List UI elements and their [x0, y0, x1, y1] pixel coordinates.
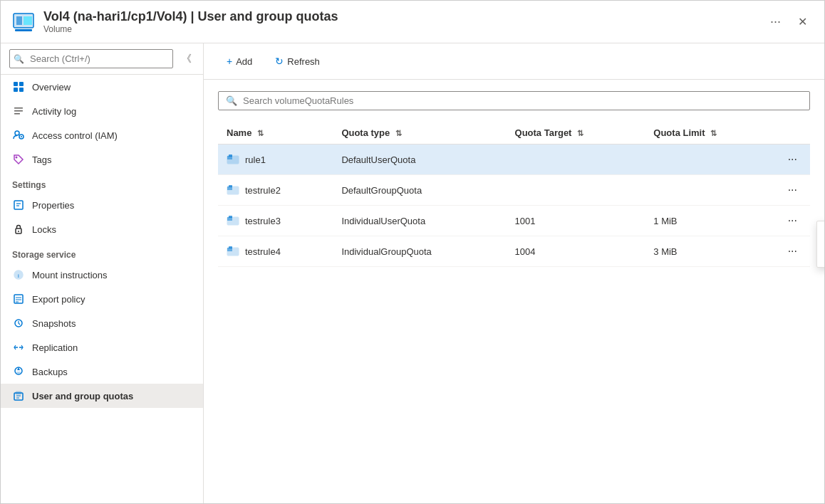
cell-name: testrule4	[218, 236, 333, 267]
content-body: 🔍 Name ⇅ Quota type ⇅	[204, 80, 824, 503]
tags-icon	[12, 153, 25, 166]
svg-rect-4	[15, 29, 32, 31]
sidebar-item-label: Access control (IAM)	[32, 130, 118, 141]
sidebar-item-activity-log[interactable]: Activity log	[1, 99, 203, 123]
content-area: + Add ↻ Refresh 🔍	[204, 43, 824, 503]
collapse-button[interactable]: 《	[179, 50, 194, 68]
settings-section-header: Settings	[1, 172, 203, 193]
page-title: Vol4 (na-hari1/cp1/Vol4) | User and grou…	[43, 9, 764, 24]
refresh-button[interactable]: ↻ Refresh	[266, 52, 328, 70]
sidebar-item-label: Mount instructions	[32, 270, 108, 280]
cell-actions: ···	[775, 145, 810, 175]
svg-rect-17	[14, 201, 23, 209]
quota-search-input[interactable]	[243, 95, 802, 106]
table-row: rule1 DefaultUserQuota ···	[218, 145, 810, 175]
col-header-actions	[775, 122, 810, 145]
svg-rect-8	[19, 88, 24, 92]
quota-search-bar: 🔍	[218, 91, 810, 110]
cell-actions: ···	[775, 206, 810, 236]
sidebar-item-access-control[interactable]: Access control (IAM)	[1, 123, 203, 147]
svg-rect-11	[14, 113, 20, 115]
sidebar-item-label: User and group quotas	[32, 391, 133, 401]
overview-icon	[12, 80, 25, 93]
sidebar-item-user-group-quotas[interactable]: User and group quotas	[1, 384, 203, 408]
svg-rect-5	[14, 82, 18, 86]
sidebar-item-label: Activity log	[32, 106, 76, 117]
cell-name: testrule2	[218, 175, 333, 206]
export-icon	[12, 293, 25, 305]
mount-icon: i	[12, 268, 25, 281]
row-ellipsis-button[interactable]: ···	[784, 213, 801, 229]
svg-rect-6	[19, 82, 24, 86]
svg-point-21	[18, 231, 19, 232]
main-layout: 《 Overview	[1, 43, 824, 503]
locks-icon	[12, 223, 25, 236]
sidebar-item-label: Backups	[32, 367, 68, 377]
content-toolbar: + Add ↻ Refresh	[204, 43, 824, 80]
cell-quota-target	[507, 145, 645, 175]
activity-icon	[12, 105, 25, 117]
cell-quota-limit	[645, 175, 774, 206]
sidebar-item-mount-instructions[interactable]: i Mount instructions	[1, 263, 203, 287]
iam-icon	[12, 129, 25, 142]
cell-actions: ···	[775, 175, 810, 206]
row-ellipsis-button[interactable]: ···	[784, 182, 801, 198]
sidebar-item-replication[interactable]: Replication	[1, 335, 203, 359]
backups-icon	[12, 365, 25, 378]
add-icon: +	[227, 56, 232, 67]
sort-quota-type-icon[interactable]: ⇅	[395, 129, 402, 137]
properties-icon	[12, 199, 25, 211]
row-icon	[227, 154, 239, 165]
sidebar-item-export-policy[interactable]: Export policy	[1, 287, 203, 311]
search-icon: 🔍	[226, 95, 237, 106]
col-header-name: Name ⇅	[218, 122, 333, 145]
row-ellipsis-button[interactable]: ···	[784, 152, 801, 167]
cell-quota-type: IndividualGroupQuota	[333, 236, 506, 267]
svg-rect-30	[16, 392, 21, 394]
svg-rect-3	[24, 16, 32, 25]
sidebar-item-properties[interactable]: Properties	[1, 193, 203, 217]
row-icon	[227, 215, 239, 226]
context-menu: ✏️ Edit 🗑️ Delete	[816, 221, 824, 268]
header-title-area: Vol4 (na-hari1/cp1/Vol4) | User and grou…	[43, 9, 764, 34]
sidebar: 《 Overview	[1, 43, 204, 503]
cell-quota-target: 1001	[507, 206, 645, 236]
snapshots-icon	[12, 317, 25, 330]
sidebar-item-label: Overview	[32, 82, 71, 93]
cell-name: rule1	[218, 145, 333, 175]
row-icon	[227, 246, 239, 257]
cell-actions: ···	[775, 236, 810, 267]
storage-section-header: Storage service	[1, 241, 203, 263]
sidebar-item-backups[interactable]: Backups	[1, 359, 203, 384]
sort-quota-limit-icon[interactable]: ⇅	[710, 129, 717, 137]
sort-quota-target-icon[interactable]: ⇅	[577, 129, 583, 137]
sidebar-item-tags[interactable]: Tags	[1, 147, 203, 172]
table-row: testrule4 IndividualGroupQuota 1004 3 Mi…	[218, 236, 810, 267]
replication-icon	[12, 341, 25, 354]
svg-rect-35	[229, 154, 232, 157]
sort-name-icon[interactable]: ⇅	[257, 129, 264, 137]
sidebar-item-label: Snapshots	[32, 318, 76, 329]
cell-quota-type: DefaultGroupQuota	[333, 175, 506, 206]
sidebar-item-label: Tags	[32, 154, 51, 165]
search-input[interactable]	[9, 49, 173, 68]
add-button[interactable]: + Add	[218, 52, 261, 70]
table-header-row: Name ⇅ Quota type ⇅ Quota Target ⇅	[218, 122, 810, 145]
app-container: Vol4 (na-hari1/cp1/Vol4) | User and grou…	[0, 0, 825, 504]
sidebar-item-snapshots[interactable]: Snapshots	[1, 311, 203, 335]
close-button[interactable]: ✕	[792, 12, 813, 31]
svg-point-16	[16, 157, 18, 159]
sidebar-item-locks[interactable]: Locks	[1, 217, 203, 241]
context-menu-edit[interactable]: ✏️ Edit	[817, 221, 824, 244]
cell-quota-limit: 3 MiB	[645, 236, 774, 267]
sidebar-item-label: Export policy	[32, 294, 85, 305]
quotas-icon	[12, 389, 25, 402]
sidebar-search-area: 《	[1, 43, 203, 75]
refresh-icon: ↻	[275, 56, 284, 67]
row-ellipsis-button[interactable]: ···	[784, 243, 801, 259]
sidebar-item-overview[interactable]: Overview	[1, 75, 203, 99]
svg-rect-9	[14, 107, 23, 109]
context-menu-delete[interactable]: 🗑️ Delete	[817, 244, 824, 267]
header: Vol4 (na-hari1/cp1/Vol4) | User and grou…	[1, 1, 824, 43]
header-ellipsis-button[interactable]: ···	[764, 11, 787, 32]
